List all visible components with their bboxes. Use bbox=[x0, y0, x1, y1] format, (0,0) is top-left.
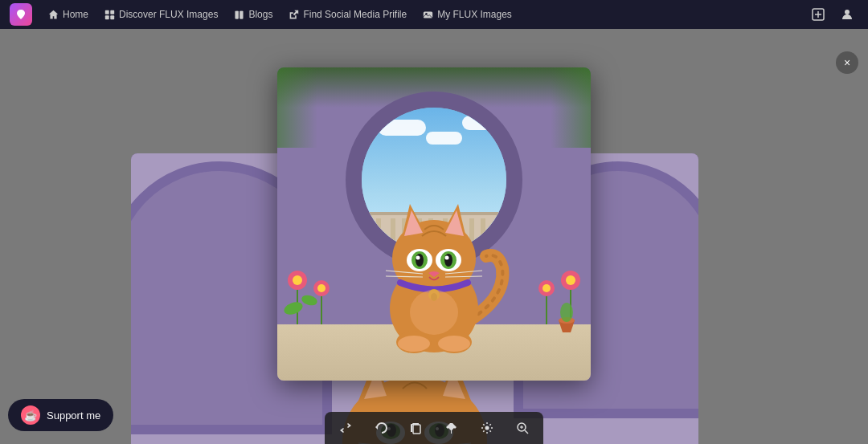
svg-point-42 bbox=[416, 254, 424, 267]
svg-rect-4 bbox=[235, 10, 239, 18]
svg-point-32 bbox=[438, 336, 470, 352]
svg-point-68 bbox=[560, 303, 573, 322]
image-icon bbox=[423, 10, 433, 20]
svg-point-59 bbox=[282, 299, 304, 316]
pin-button[interactable] bbox=[440, 417, 463, 439]
add-image-icon bbox=[812, 8, 825, 21]
main-image bbox=[277, 67, 591, 381]
support-me-label: Support me bbox=[47, 409, 100, 422]
nav-label-blogs: Blogs bbox=[248, 9, 272, 20]
svg-rect-2 bbox=[105, 15, 109, 19]
nav-right-icons bbox=[807, 3, 858, 26]
user-icon bbox=[841, 8, 854, 21]
svg-rect-0 bbox=[105, 10, 109, 14]
nav-item-discover[interactable]: Discover FLUX Images bbox=[98, 6, 224, 23]
undo-button[interactable] bbox=[370, 417, 392, 439]
ivy-left bbox=[277, 67, 317, 148]
flowers-right bbox=[522, 252, 587, 332]
svg-point-66 bbox=[542, 284, 551, 292]
book-icon bbox=[234, 10, 244, 20]
svg-line-72 bbox=[525, 430, 528, 434]
ivy-right bbox=[551, 67, 591, 148]
support-me-button[interactable]: ☕ Support me bbox=[8, 399, 113, 431]
zoom-icon bbox=[516, 422, 529, 434]
svg-rect-5 bbox=[240, 10, 244, 18]
copy-button[interactable] bbox=[405, 417, 428, 439]
heart-icon: ☕ bbox=[21, 405, 40, 425]
svg-rect-1 bbox=[110, 10, 114, 14]
undo-icon bbox=[375, 422, 387, 434]
close-icon: × bbox=[844, 56, 850, 69]
home-icon bbox=[48, 10, 59, 20]
toolbar bbox=[325, 412, 543, 444]
logo-icon bbox=[14, 8, 27, 21]
nav-item-blogs[interactable]: Blogs bbox=[227, 6, 279, 23]
cat-illustration bbox=[346, 124, 522, 365]
nav-item-social[interactable]: Find Social Media Prifile bbox=[282, 6, 413, 23]
background-area: × bbox=[0, 29, 868, 444]
flowers-left bbox=[281, 252, 346, 332]
close-button[interactable]: × bbox=[836, 51, 858, 74]
external-link-icon bbox=[289, 10, 299, 20]
svg-point-9 bbox=[845, 10, 850, 14]
nav-label-discover: Discover FLUX Images bbox=[119, 9, 218, 20]
svg-rect-3 bbox=[110, 15, 114, 19]
svg-point-31 bbox=[398, 336, 430, 352]
user-profile-button[interactable] bbox=[836, 3, 858, 26]
svg-point-44 bbox=[416, 256, 420, 260]
copy-icon bbox=[410, 422, 423, 434]
svg-point-58 bbox=[317, 284, 326, 292]
svg-point-43 bbox=[444, 254, 452, 267]
nav-label-my-images: My FLUX Images bbox=[437, 9, 512, 20]
settings-icon bbox=[481, 422, 493, 434]
svg-point-52 bbox=[410, 290, 458, 335]
grid-icon bbox=[104, 10, 115, 20]
swap-icon bbox=[339, 422, 352, 434]
navbar: Home Discover FLUX Images Blogs Find Soc… bbox=[0, 0, 868, 29]
nav-item-my-images[interactable]: My FLUX Images bbox=[416, 6, 518, 23]
app-logo[interactable] bbox=[10, 3, 32, 26]
nav-label-social: Find Social Media Prifile bbox=[303, 9, 407, 20]
settings-button[interactable] bbox=[476, 417, 498, 439]
svg-point-60 bbox=[301, 294, 318, 308]
svg-point-70 bbox=[485, 426, 489, 430]
nav-label-home: Home bbox=[63, 9, 88, 20]
nav-item-home[interactable]: Home bbox=[42, 6, 95, 23]
svg-point-45 bbox=[445, 256, 449, 260]
svg-rect-69 bbox=[413, 425, 420, 434]
svg-point-63 bbox=[566, 275, 575, 285]
zoom-button[interactable] bbox=[511, 417, 534, 439]
pin-icon bbox=[445, 422, 458, 434]
svg-point-55 bbox=[293, 275, 302, 285]
add-image-button[interactable] bbox=[807, 3, 829, 26]
swap-button[interactable] bbox=[334, 417, 357, 439]
